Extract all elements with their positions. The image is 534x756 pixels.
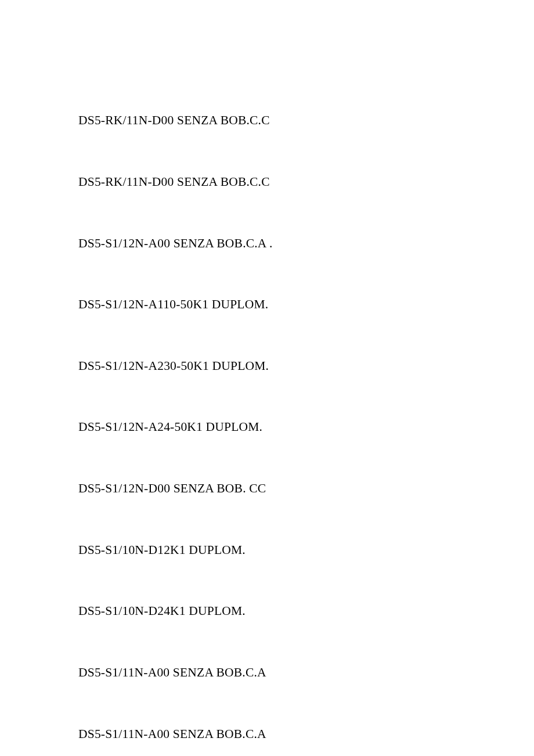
- list-item: DS5-S1/10N-D12K1 DUPLOM.: [78, 540, 534, 560]
- list-item: DS5-RK/11N-D00 SENZA BOB.C.C: [78, 172, 534, 192]
- list-item: DS5-S1/12N-D00 SENZA BOB. CC: [78, 478, 534, 499]
- list-item: DS5-S1/11N-A00 SENZA BOB.C.A: [78, 724, 534, 744]
- list-item: DS5-S1/12N-A00 SENZA BOB.C.A .: [78, 233, 534, 254]
- list-item: DS5-S1/10N-D24K1 DUPLOM.: [78, 601, 534, 621]
- list-item: DS5-S1/12N-A110-50K1 DUPLOM.: [78, 294, 534, 315]
- list-item: DS5-S1/12N-A24-50K1 DUPLOM.: [78, 417, 534, 437]
- list-item: DS5-S1/11N-A00 SENZA BOB.C.A: [78, 663, 534, 683]
- list-item: DS5-RK/11N-D00 SENZA BOB.C.C: [78, 110, 534, 131]
- list-item: DS5-S1/12N-A230-50K1 DUPLOM.: [78, 356, 534, 376]
- document-page: DS5-RK/11N-D00 SENZA BOB.C.C DS5-RK/11N-…: [0, 0, 534, 756]
